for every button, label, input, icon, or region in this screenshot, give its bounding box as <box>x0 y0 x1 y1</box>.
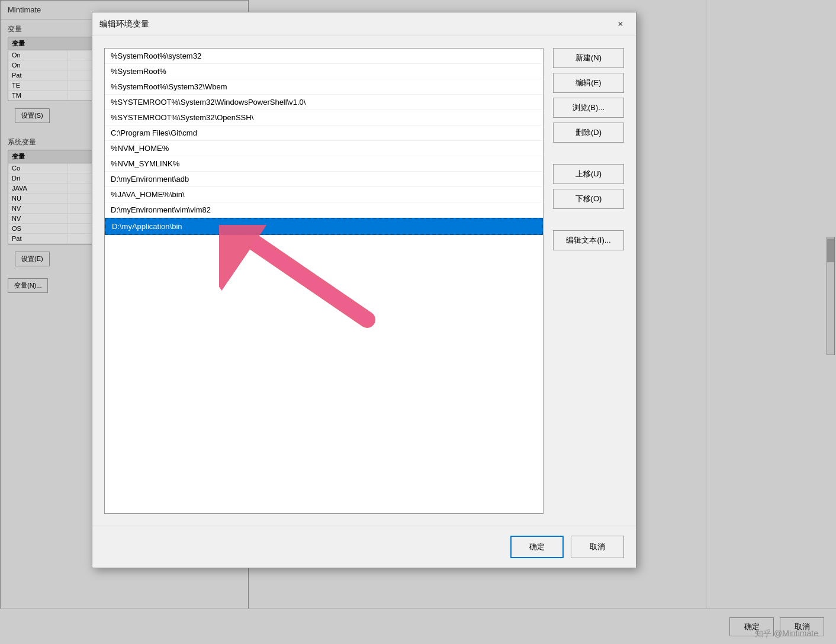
down-button[interactable]: 下移(O) <box>553 189 624 209</box>
path-list[interactable]: %SystemRoot%\system32 %SystemRoot% %Syst… <box>104 48 544 514</box>
path-item-5[interactable]: %SYSTEMROOT%\System32\OpenSSH\ <box>105 110 543 125</box>
dialog-close-button[interactable]: × <box>612 16 629 33</box>
delete-button[interactable]: 删除(D) <box>553 123 624 143</box>
watermark: 知乎 @Mintimate <box>755 629 818 639</box>
path-item-9[interactable]: D:\myEnvironment\adb <box>105 172 543 187</box>
path-item-11[interactable]: D:\myEnvironment\vim\vim82 <box>105 202 543 218</box>
dialog-cancel-button[interactable]: 取消 <box>571 536 624 558</box>
dialog-titlebar: 编辑环境变量 × <box>92 12 636 36</box>
path-item-1[interactable]: %SystemRoot%\system32 <box>105 49 543 64</box>
edit-env-var-dialog: 编辑环境变量 × %SystemRoot%\system32 %SystemRo… <box>92 12 636 568</box>
path-item-10[interactable]: %JAVA_HOME%\bin\ <box>105 187 543 202</box>
btn-spacer-2 <box>553 214 624 226</box>
new-button[interactable]: 新建(N) <box>553 48 624 68</box>
edit-button[interactable]: 编辑(E) <box>553 73 624 93</box>
dialog-ok-button[interactable]: 确定 <box>510 536 564 558</box>
dialog-btn-panel: 新建(N) 编辑(E) 浏览(B)... 删除(D) 上移(U) 下移(O) 编… <box>553 48 624 514</box>
browse-button[interactable]: 浏览(B)... <box>553 98 624 118</box>
dialog-title: 编辑环境变量 <box>99 19 149 30</box>
path-item-8[interactable]: %NVM_SYMLINK% <box>105 156 543 172</box>
path-item-2[interactable]: %SystemRoot% <box>105 64 543 79</box>
path-item-12[interactable]: D:\myApplication\bin <box>105 218 543 235</box>
path-item-6[interactable]: C:\Program Files\Git\cmd <box>105 125 543 141</box>
path-item-7[interactable]: %NVM_HOME% <box>105 141 543 156</box>
btn-spacer-1 <box>553 147 624 159</box>
path-item-4[interactable]: %SYSTEMROOT%\System32\WindowsPowerShell\… <box>105 95 543 110</box>
edit-text-button[interactable]: 编辑文本(I)... <box>553 230 624 250</box>
path-item-3[interactable]: %SystemRoot%\System32\Wbem <box>105 79 543 95</box>
dialog-bottom: 确定 取消 <box>92 526 636 568</box>
up-button[interactable]: 上移(U) <box>553 164 624 184</box>
dialog-content: %SystemRoot%\system32 %SystemRoot% %Syst… <box>92 36 636 526</box>
